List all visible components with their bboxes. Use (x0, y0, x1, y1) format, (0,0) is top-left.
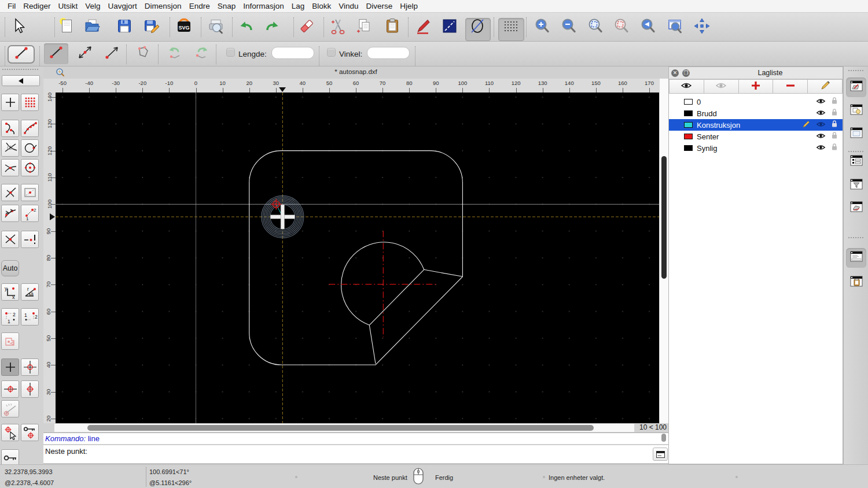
edit-layer-button[interactable] (808, 79, 843, 94)
snap-grid-button[interactable] (21, 94, 39, 111)
line-two-points-button[interactable] (44, 43, 68, 64)
snap-intersection-manual-button[interactable] (1, 139, 19, 157)
menu-dimensjon[interactable]: Dimensjon (145, 2, 189, 10)
open-file-button[interactable] (82, 16, 103, 38)
horizontal-scrollbar[interactable] (54, 423, 635, 432)
cut-button[interactable] (328, 16, 348, 38)
remove-layer-button[interactable] (773, 79, 808, 94)
zoom-pan-button[interactable] (692, 16, 712, 38)
save-as-button[interactable] (141, 16, 162, 38)
delete-button[interactable] (296, 16, 317, 38)
menu-snap[interactable]: Snap (218, 2, 244, 10)
wall-window-toggle[interactable] (848, 201, 865, 216)
layer-row-konstruksjon[interactable]: Konstruksjon (669, 119, 843, 131)
menu-utsikt[interactable]: Utsikt (58, 2, 86, 10)
select-target-button[interactable] (1, 424, 19, 441)
protractor-button[interactable] (1, 400, 19, 417)
polyline-button[interactable] (131, 43, 155, 64)
snap-intersection-button[interactable] (1, 231, 19, 248)
layer-visibility-eye-icon[interactable] (816, 108, 826, 119)
layer-lock-icon[interactable] (831, 131, 838, 142)
iso-view-button[interactable] (1, 332, 19, 350)
zoom-in-button[interactable] (532, 16, 553, 38)
horizontal-scrollbar-thumb[interactable] (87, 425, 594, 431)
show-all-eye-button[interactable] (669, 79, 704, 94)
add-layer-button[interactable] (739, 79, 774, 94)
menu-vindu[interactable]: Vindu (339, 2, 366, 10)
entity-list-window-toggle[interactable] (848, 154, 865, 169)
layer-row-0[interactable]: 0 (669, 96, 843, 108)
command-input[interactable]: Neste punkt: (43, 445, 668, 464)
layer-visibility-eye-icon[interactable] (816, 143, 826, 153)
block-list-window-toggle[interactable] (848, 103, 865, 119)
snap-auto-button[interactable]: Auto (1, 260, 19, 276)
drawing-canvas[interactable] (56, 93, 659, 423)
ref-point-a-button[interactable]: 12 (1, 308, 19, 326)
line-bidirectional-button[interactable] (73, 43, 97, 64)
ref-point-b-button[interactable]: 12 (21, 308, 39, 326)
snap-nearest-button[interactable] (1, 159, 19, 176)
menu-velg[interactable]: Velg (85, 2, 108, 10)
menu-informasjon[interactable]: Informasjon (243, 2, 292, 10)
layer-row-brudd[interactable]: Brudd (669, 108, 843, 119)
zoom-previous-button[interactable] (638, 16, 659, 38)
line-ray-button[interactable] (100, 43, 124, 64)
redo-segment-button[interactable] (190, 43, 214, 64)
menu-uavgjort[interactable]: Uavgjort (108, 2, 145, 10)
snap-distance-box-button[interactable] (21, 184, 39, 201)
zoom-window-button[interactable] (665, 16, 686, 38)
layer-row-senter[interactable]: Senter (669, 131, 843, 142)
layer-row-synlig[interactable]: Synlig (669, 142, 843, 154)
restrict-nothing-button[interactable] (21, 231, 39, 248)
target-hline-button[interactable] (1, 380, 19, 398)
undo-button[interactable] (236, 16, 256, 38)
snap-free-button[interactable] (1, 94, 19, 111)
copy-button[interactable] (354, 16, 374, 38)
undo-segment-button[interactable] (163, 43, 187, 64)
layer-color-swatch[interactable] (684, 110, 693, 116)
layer-color-swatch[interactable] (684, 122, 693, 128)
layer-lock-icon[interactable] (831, 143, 838, 153)
menu-lag[interactable]: Lag (292, 2, 312, 10)
command-scrollbar-thumb[interactable] (661, 434, 666, 442)
vinkel-input[interactable] (367, 47, 410, 59)
layer-visibility-eye-icon[interactable] (816, 120, 826, 130)
layer-lock-icon[interactable] (831, 108, 838, 119)
layer-color-swatch[interactable] (684, 145, 693, 151)
clipboard-window-toggle[interactable] (848, 275, 865, 290)
menu-fil[interactable]: Fil (8, 2, 23, 10)
layer-visibility-eye-icon[interactable] (816, 97, 826, 107)
coord-cartesian-button[interactable]: yx (1, 283, 19, 301)
layer-visibility-eye-icon[interactable] (816, 131, 826, 142)
svg-export-button[interactable]: SVG (174, 16, 194, 38)
filter-window-toggle[interactable] (848, 178, 865, 193)
layer-color-swatch[interactable] (684, 134, 693, 139)
zoom-selected-button[interactable] (611, 16, 632, 38)
command-window-toggle-button[interactable] (653, 448, 668, 461)
snap-point-on-circle-button[interactable] (21, 139, 39, 157)
snap-endpoints-button[interactable] (1, 120, 19, 137)
redo-button[interactable] (262, 16, 283, 38)
snap-tangent-button[interactable] (1, 205, 19, 222)
grid-toggle-button[interactable] (501, 16, 521, 38)
float-icon[interactable]: ❐ (682, 69, 690, 77)
circle-attributes-button[interactable] (467, 16, 488, 38)
command-window-toggle[interactable] (848, 250, 865, 265)
vertical-scrollbar[interactable] (659, 79, 668, 423)
target-vline-button[interactable] (21, 380, 39, 398)
key-target-button[interactable] (21, 424, 39, 441)
snap-sequence-button[interactable]: 12 (21, 205, 39, 222)
coord-polar-button[interactable]: ra (21, 283, 39, 301)
menu-hjelp[interactable]: Hjelp (400, 2, 425, 10)
zoom-auto-button[interactable] (585, 16, 606, 38)
close-icon[interactable]: ✕ (671, 69, 679, 77)
menu-blokk[interactable]: Blokk (312, 2, 339, 10)
snap-back-button[interactable] (2, 75, 40, 86)
print-preview-button[interactable] (205, 16, 226, 38)
snap-center-button[interactable] (21, 159, 39, 176)
menu-diverse[interactable]: Diverse (366, 2, 400, 10)
pen-attributes-button[interactable] (413, 16, 433, 38)
vinkel-checkbox[interactable] (327, 48, 336, 57)
snap-on-entity-button[interactable] (21, 120, 39, 137)
crosshair-target-button[interactable] (21, 358, 39, 376)
